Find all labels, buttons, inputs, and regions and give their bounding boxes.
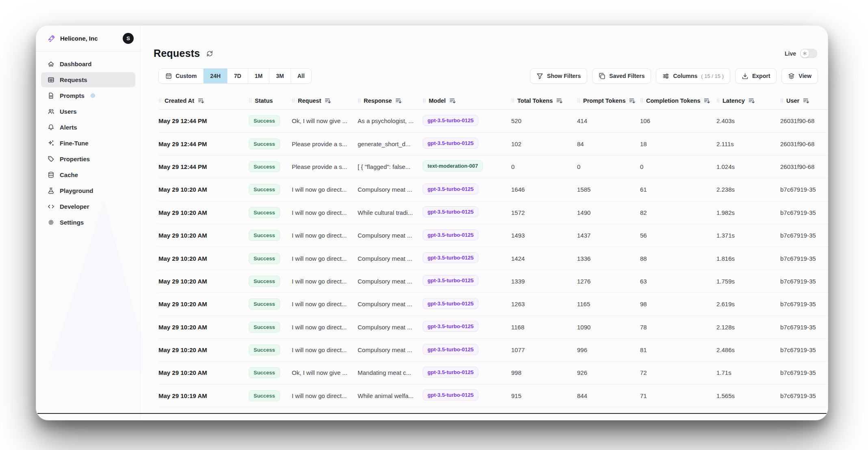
col-header-user[interactable]: User [780, 97, 828, 104]
user-avatar[interactable]: S [123, 33, 134, 44]
time-range-label: 1M [255, 73, 263, 79]
drag-handle-icon [511, 98, 514, 103]
cell-prompt-tokens: 1276 [577, 278, 640, 285]
time-range-all[interactable]: All [291, 69, 311, 83]
cell-total-tokens: 915 [511, 392, 577, 399]
model-badge: gpt-3.5-turbo-0125 [423, 138, 478, 149]
show-filters-button[interactable]: Show Filters [530, 68, 587, 84]
table-row[interactable]: May 29 10:20 AM Success I will now go di… [158, 201, 828, 224]
status-badge: Success [249, 390, 280, 401]
saved-filters-label: Saved Filters [609, 73, 644, 79]
time-range-7d[interactable]: 7D [228, 69, 248, 83]
drag-handle-icon [640, 98, 643, 103]
table-row[interactable]: May 29 10:20 AM Success I will now go di… [158, 224, 828, 247]
table-row[interactable]: May 29 10:20 AM Success I will now go di… [158, 178, 828, 201]
col-header-status[interactable]: Status [249, 97, 292, 104]
table-row[interactable]: May 29 10:19 AM Success I will now go di… [158, 385, 828, 407]
cell-total-tokens: 520 [511, 117, 577, 124]
col-header-prompt-tokens[interactable]: Prompt Tokens [577, 97, 640, 104]
cell-status: Success [249, 322, 292, 333]
sidebar-item-cache[interactable]: Cache [41, 167, 135, 182]
table-row[interactable]: May 29 10:20 AM Success Ok, I will now g… [158, 361, 828, 384]
time-range-1m[interactable]: 1M [248, 69, 269, 83]
sidebar-item-label: Users [60, 108, 77, 115]
cell-completion-tokens: 61 [640, 186, 716, 193]
sidebar-item-properties[interactable]: Properties [41, 151, 135, 167]
cell-response: While cultural tradi... [358, 209, 423, 216]
cell-user: b7c67919-35 [780, 186, 828, 193]
table-row[interactable]: May 29 10:20 AM Success I will now go di… [158, 247, 828, 270]
table-row[interactable]: May 29 12:44 PM Success Please provide a… [158, 132, 828, 155]
sidebar-item-settings[interactable]: Settings [41, 215, 135, 230]
cell-prompt-tokens: 1490 [577, 209, 640, 216]
col-header-response[interactable]: Response [358, 97, 423, 104]
export-button[interactable]: Export [735, 68, 777, 84]
sidebar-item-developer[interactable]: Developer [41, 199, 135, 214]
sidebar-item-prompts[interactable]: Prompts [41, 88, 135, 103]
table-row[interactable]: May 29 10:20 AM Success I will now go di… [158, 270, 828, 293]
cell-model: gpt-3.5-turbo-0125 [423, 367, 511, 379]
cell-created-at: May 29 10:20 AM [158, 186, 249, 193]
col-header-latency[interactable]: Latency [716, 97, 780, 104]
table-row[interactable]: May 29 12:44 PM Success Ok, I will now g… [158, 110, 828, 132]
sidebar-item-playground[interactable]: Playground [41, 183, 135, 198]
time-range-custom[interactable]: Custom [159, 69, 204, 83]
sidebar-item-requests[interactable]: Requests [41, 72, 135, 87]
cell-prompt-tokens: 84 [577, 141, 640, 147]
cell-total-tokens: 102 [511, 141, 577, 147]
cell-request: I will now go direct... [292, 346, 358, 353]
refresh-icon[interactable] [206, 50, 214, 58]
sidebar-item-fine-tune[interactable]: Fine-Tune [41, 136, 135, 151]
live-toggle[interactable] [800, 49, 817, 58]
sort-icon [803, 97, 809, 104]
sort-icon [198, 97, 204, 104]
view-button[interactable]: View [781, 68, 818, 84]
status-badge: Success [249, 115, 280, 126]
calendar-icon [165, 73, 172, 79]
cell-completion-tokens: 18 [640, 141, 716, 147]
time-range-3m[interactable]: 3M [269, 69, 291, 83]
col-header-created-at[interactable]: Created At [158, 97, 249, 104]
cell-status: Success [249, 276, 292, 287]
cell-response: Compulsory meat ... [358, 301, 423, 307]
cell-total-tokens: 1168 [511, 324, 577, 331]
app-window: Helicone, Inc S Dashboard Requests Promp… [36, 25, 828, 420]
layers-icon [788, 73, 795, 80]
table-row[interactable]: May 29 10:20 AM Success I will now go di… [158, 339, 828, 361]
sidebar-item-label: Playground [60, 187, 93, 194]
cell-request: I will now go direct... [292, 392, 358, 399]
cell-user: 26031f90-68 [780, 163, 828, 170]
table-row[interactable]: May 29 10:20 AM Success I will now go di… [158, 293, 828, 316]
table-row[interactable]: May 29 10:20 AM Success I will now go di… [158, 316, 828, 339]
page-title: Requests [154, 48, 200, 59]
columns-button[interactable]: Columns ( 15 / 15 ) [656, 68, 730, 84]
cell-user: b7c67919-35 [780, 392, 828, 399]
cell-status: Success [249, 299, 292, 309]
sidebar-item-dashboard[interactable]: Dashboard [41, 56, 135, 71]
cell-status: Success [249, 184, 292, 195]
table-row[interactable]: May 29 12:44 PM Success Please provide a… [158, 156, 828, 178]
drag-handle-icon [577, 98, 580, 103]
col-header-completion-tokens[interactable]: Completion Tokens [640, 97, 716, 104]
cell-completion-tokens: 88 [640, 255, 716, 262]
table-toolbar: Show Filters Saved Filters Columns ( 15 … [530, 68, 818, 84]
cell-latency: 1.816s [716, 255, 780, 262]
col-header-request[interactable]: Request [292, 97, 358, 104]
page-header: Requests Live [141, 26, 828, 59]
cell-status: Success [249, 115, 292, 126]
sidebar-item-users[interactable]: Users [41, 104, 135, 119]
cell-latency: 2.619s [716, 301, 780, 307]
org-switcher[interactable]: Helicone, Inc S [36, 26, 140, 51]
drag-handle-icon [158, 98, 162, 103]
cell-prompt-tokens: 926 [577, 369, 640, 376]
time-range-24h[interactable]: 24H [204, 69, 228, 83]
col-header-total-tokens[interactable]: Total Tokens [511, 97, 577, 104]
sidebar-item-alerts[interactable]: Alerts [41, 120, 135, 135]
saved-filters-button[interactable]: Saved Filters [592, 68, 651, 84]
model-badge: gpt-3.5-turbo-0125 [423, 367, 478, 378]
col-header-model[interactable]: Model [423, 97, 511, 104]
model-badge: gpt-3.5-turbo-0125 [423, 115, 478, 126]
cell-model: text-moderation-007 [423, 160, 511, 173]
cell-model: gpt-3.5-turbo-0125 [423, 206, 511, 219]
status-badge: Success [249, 230, 280, 241]
